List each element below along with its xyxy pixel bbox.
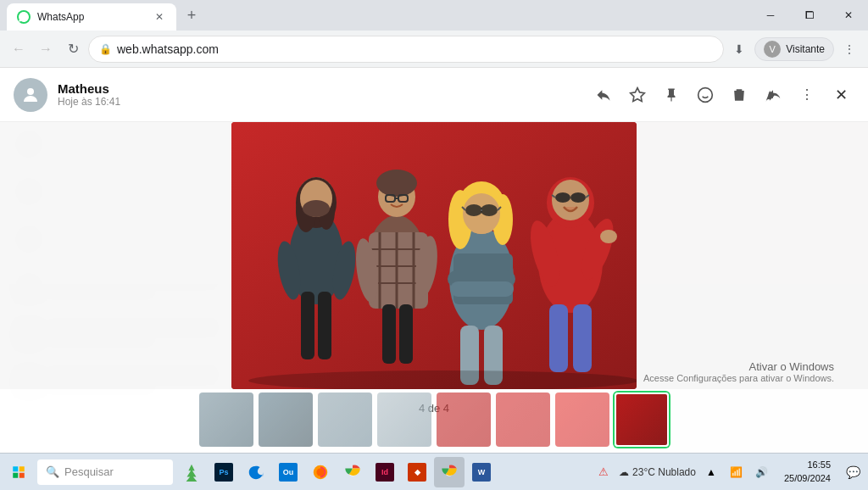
taskbar-app-edge[interactable] <box>241 457 271 487</box>
svg-point-55 <box>570 192 586 203</box>
taskbar-app-misc[interactable]: ◆ <box>402 457 432 487</box>
tab-bar: WhatsApp ✕ + ─ ⧠ ✕ <box>0 0 868 31</box>
viewer-header: Matheus Hoje às 16:41 <box>0 68 868 122</box>
tab-favicon <box>17 10 31 24</box>
taskbar-search-bar[interactable]: 🔍 Pesquisar <box>37 459 173 485</box>
warning-icon[interactable]: ⚠ <box>592 460 615 484</box>
pin-btn[interactable] <box>658 81 685 109</box>
profile-name: Visitante <box>786 43 825 55</box>
photo-svg <box>231 122 637 389</box>
browser-frame: WhatsApp ✕ + ─ ⧠ ✕ ← → ↻ 🔒 web.whatsapp.… <box>0 0 868 490</box>
back-btn[interactable]: ← <box>7 37 31 61</box>
svg-rect-32 <box>399 304 413 364</box>
profile-btn[interactable]: V Visitante <box>754 37 834 61</box>
image-viewer: Matheus Hoje às 16:41 <box>0 68 868 453</box>
window-close-btn[interactable]: ✕ <box>829 0 868 31</box>
star-btn[interactable] <box>624 81 651 109</box>
sender-time: Hoje às 16:41 <box>58 96 580 108</box>
thumbnail-1[interactable] <box>199 393 253 447</box>
svg-point-43 <box>481 204 498 216</box>
thumbnail-6[interactable] <box>496 393 550 447</box>
url-text: web.whatsapp.com <box>117 42 713 56</box>
tray-icon-1[interactable]: ▲ <box>699 460 723 484</box>
reload-btn[interactable]: ↻ <box>61 37 85 61</box>
taskbar-app-firefox[interactable] <box>305 457 336 487</box>
lock-icon: 🔒 <box>99 43 112 55</box>
thumbnail-strip <box>0 389 868 453</box>
emoji-btn[interactable] <box>692 81 719 109</box>
taskbar: 🔍 Pesquisar Ps Ou <box>0 453 868 490</box>
clock-date: 25/09/2024 <box>784 472 831 485</box>
start-btn[interactable] <box>3 457 34 487</box>
svg-rect-15 <box>318 292 331 359</box>
sender-name: Matheus <box>58 81 580 96</box>
minimize-btn[interactable]: ─ <box>751 0 790 31</box>
search-placeholder: Pesquisar <box>64 465 114 478</box>
weather-badge[interactable]: ☁ 23°C Nublado <box>619 466 696 478</box>
address-bar[interactable]: 🔒 web.whatsapp.com <box>88 36 724 63</box>
svg-point-13 <box>303 200 330 217</box>
taskbar-right: ⚠ ☁ 23°C Nublado ▲ 📶 🔊 16:55 25/09/2024 … <box>592 459 865 485</box>
taskbar-app-chrome2[interactable] <box>434 457 465 487</box>
viewer-actions: ⋮ ✕ <box>590 81 854 109</box>
activate-subtitle: Acesse Configurações para ativar o Windo… <box>643 373 834 383</box>
svg-point-70 <box>316 468 324 476</box>
network-icon[interactable]: 📶 <box>725 460 748 484</box>
maximize-btn[interactable]: ⧠ <box>790 0 829 31</box>
tab-title-text: WhatsApp <box>37 11 146 23</box>
active-tab[interactable]: WhatsApp ✕ <box>7 3 176 31</box>
content-area: Matheus Hoje às 16:41 <box>0 68 868 453</box>
profile-avatar: V <box>764 41 781 58</box>
taskbar-app-chrome[interactable] <box>337 457 368 487</box>
svg-point-42 <box>465 204 482 216</box>
clock-area[interactable]: 16:55 25/09/2024 <box>777 459 837 485</box>
forward-btn[interactable]: → <box>34 37 58 61</box>
taskbar-app-explorer[interactable] <box>176 457 207 487</box>
new-tab-btn[interactable]: + <box>180 3 203 27</box>
taskbar-app-outlook[interactable]: Ou <box>273 457 303 487</box>
sender-info: Matheus Hoje às 16:41 <box>58 81 580 108</box>
download-btn[interactable]: ⬇ <box>727 37 751 61</box>
svg-point-0 <box>27 88 34 95</box>
window-controls: ─ ⧠ ✕ <box>751 0 868 31</box>
nav-bar: ← → ↻ 🔒 web.whatsapp.com ⬇ V Visitante ⋮ <box>0 31 868 68</box>
thumbnail-2[interactable] <box>259 393 313 447</box>
activate-title: Ativar o Windows <box>643 360 834 373</box>
taskbar-app-indesign[interactable]: Id <box>370 457 400 487</box>
sender-avatar <box>14 78 47 112</box>
taskbar-app-photoshop[interactable]: Ps <box>209 457 239 487</box>
svg-rect-63 <box>573 304 592 372</box>
svg-point-61 <box>600 230 617 243</box>
svg-rect-48 <box>450 281 514 297</box>
weather-text: 23°C Nublado <box>632 466 696 478</box>
volume-icon[interactable]: 🔊 <box>750 460 774 484</box>
nav-right-buttons: ⬇ V Visitante ⋮ <box>727 37 861 61</box>
weather-icon: ☁ <box>619 466 629 478</box>
svg-rect-62 <box>549 304 568 372</box>
search-icon: 🔍 <box>46 465 59 478</box>
share-btn[interactable] <box>760 81 787 109</box>
close-viewer-btn[interactable]: ✕ <box>827 81 854 109</box>
taskbar-pinned-apps: Ps Ou Id ◆ <box>176 457 497 487</box>
thumbnail-4[interactable] <box>377 393 431 447</box>
svg-rect-31 <box>382 304 396 364</box>
activate-windows: Ativar o Windows Acesse Configurações pa… <box>643 360 834 383</box>
svg-point-54 <box>555 192 570 203</box>
main-image-container: 4 de 4 <box>231 122 637 389</box>
thumbnail-3[interactable] <box>318 393 372 447</box>
reply-btn[interactable] <box>590 81 617 109</box>
tab-close-btn[interactable]: ✕ <box>153 10 166 24</box>
thumbnail-8-active[interactable] <box>615 393 669 447</box>
more-btn[interactable]: ⋮ <box>793 81 821 109</box>
thumbnail-7[interactable] <box>555 393 609 447</box>
thumbnail-5[interactable] <box>437 393 491 447</box>
taskbar-app-word[interactable]: W <box>466 457 497 487</box>
menu-btn[interactable]: ⋮ <box>837 37 861 61</box>
delete-btn[interactable] <box>726 81 753 109</box>
svg-rect-67 <box>13 472 18 477</box>
svg-rect-66 <box>19 466 25 471</box>
svg-rect-14 <box>301 292 314 359</box>
svg-rect-65 <box>13 466 18 471</box>
notification-center-btn[interactable]: 💬 <box>841 460 865 484</box>
main-image <box>231 122 637 389</box>
